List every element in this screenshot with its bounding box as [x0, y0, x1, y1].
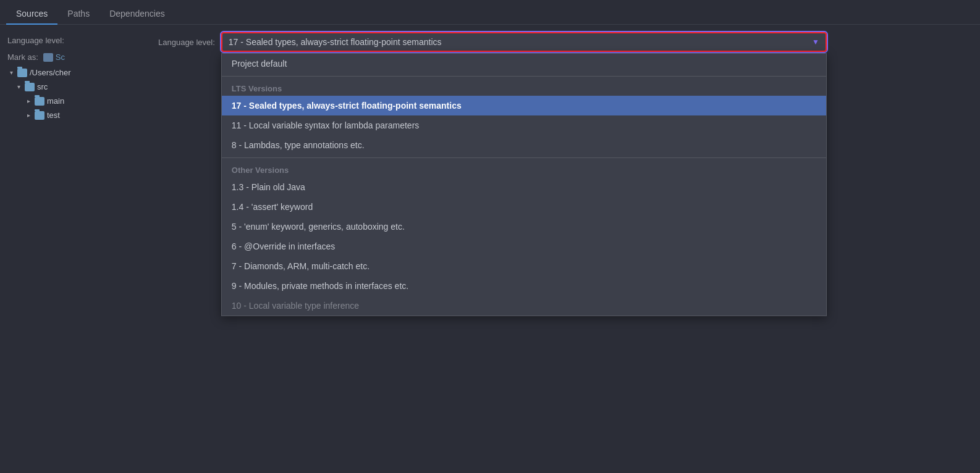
mark-as-row: Mark as: Sc — [0, 49, 148, 65]
dropdown-section-lts: LTS Versions — [222, 79, 826, 96]
dropdown-item-9[interactable]: 9 - Modules, private methods in interfac… — [222, 276, 826, 296]
tree-item-label: main — [47, 96, 64, 106]
tree-item-src[interactable]: ▾ src — [0, 80, 148, 94]
language-level-dropdown-row: Language level: 17 - Sealed types, alway… — [148, 25, 980, 59]
dropdown-item-17[interactable]: 17 - Sealed types, always-strict floatin… — [222, 96, 826, 115]
dropdown-divider-2 — [222, 157, 826, 158]
tree-item-label: src — [37, 82, 48, 91]
language-level-label: Language level: — [7, 36, 64, 45]
tree-item-main[interactable]: ▸ main — [0, 94, 148, 108]
folder-icon — [35, 97, 44, 106]
tab-bar: Sources Paths Dependencies — [0, 0, 980, 25]
dropdown-item-7[interactable]: 7 - Diamonds, ARM, multi-catch etc. — [222, 256, 826, 276]
folder-icon — [35, 111, 44, 120]
chevron-right-icon: ▸ — [25, 98, 32, 105]
dropdown-item-8[interactable]: 8 - Lambdas, type annotations etc. — [222, 135, 826, 155]
dropdown-section-other: Other Versions — [222, 161, 826, 177]
dropdown-item-project-default[interactable]: Project default — [222, 54, 826, 73]
language-level-dropdown: 17 - Sealed types, always-strict floatin… — [221, 32, 827, 52]
tab-paths[interactable]: Paths — [57, 4, 99, 25]
main-content: Language level: Mark as: Sc ▾ /Users/che… — [0, 25, 980, 473]
right-area: Language level: 17 - Sealed types, alway… — [148, 25, 980, 473]
dropdown-selected[interactable]: 17 - Sealed types, always-strict floatin… — [221, 32, 827, 52]
mark-as-folder: Sc — [43, 52, 65, 62]
folder-icon — [17, 69, 27, 77]
folder-icon — [25, 83, 35, 91]
left-panel: Language level: Mark as: Sc ▾ /Users/che… — [0, 25, 148, 473]
sources-link[interactable]: Sc — [56, 52, 65, 62]
tree-item-root[interactable]: ▾ /Users/cher — [0, 65, 148, 80]
tree-item-label: test — [47, 111, 60, 120]
dropdown-item-10[interactable]: 10 - Local variable type inference — [222, 296, 826, 316]
dropdown-item-6[interactable]: 6 - @Override in interfaces — [222, 236, 826, 256]
tree-item-label: /Users/cher — [30, 68, 70, 77]
dropdown-arrow-icon: ▼ — [812, 38, 819, 46]
dropdown-divider — [222, 76, 826, 77]
chevron-right-icon: ▸ — [25, 112, 32, 119]
dropdown-item-11[interactable]: 11 - Local variable syntax for lambda pa… — [222, 115, 826, 135]
mark-as-label: Mark as: — [7, 52, 38, 62]
tab-sources[interactable]: Sources — [6, 4, 57, 25]
sources-folder-icon — [43, 53, 53, 62]
chevron-down-icon: ▾ — [15, 83, 22, 91]
dropdown-item-1-3[interactable]: 1.3 - Plain old Java — [222, 177, 826, 197]
dropdown-selected-text: 17 - Sealed types, always-strict floatin… — [229, 37, 442, 47]
dropdown-item-1-4[interactable]: 1.4 - 'assert' keyword — [222, 197, 826, 217]
dropdown-menu: Project default LTS Versions 17 - Sealed… — [221, 53, 827, 316]
language-level-label-right: Language level: — [158, 38, 215, 47]
dropdown-item-5[interactable]: 5 - 'enum' keyword, generics, autoboxing… — [222, 217, 826, 236]
chevron-down-icon: ▾ — [7, 69, 15, 77]
tab-dependencies[interactable]: Dependencies — [99, 4, 175, 25]
tree-item-test[interactable]: ▸ test — [0, 108, 148, 122]
language-level-row: Language level: — [0, 32, 148, 49]
